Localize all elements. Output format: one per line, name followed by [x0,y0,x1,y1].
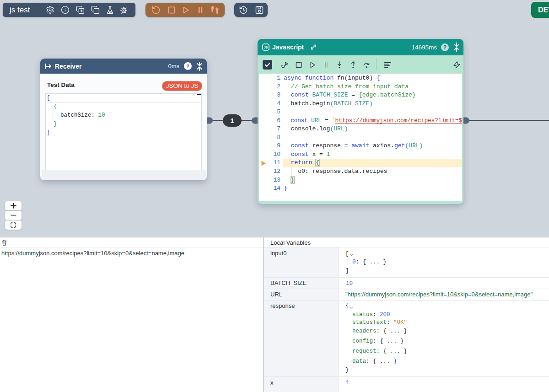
svg-text:JS: JS [264,46,268,49]
svg-text:1: 1 [230,117,234,124]
